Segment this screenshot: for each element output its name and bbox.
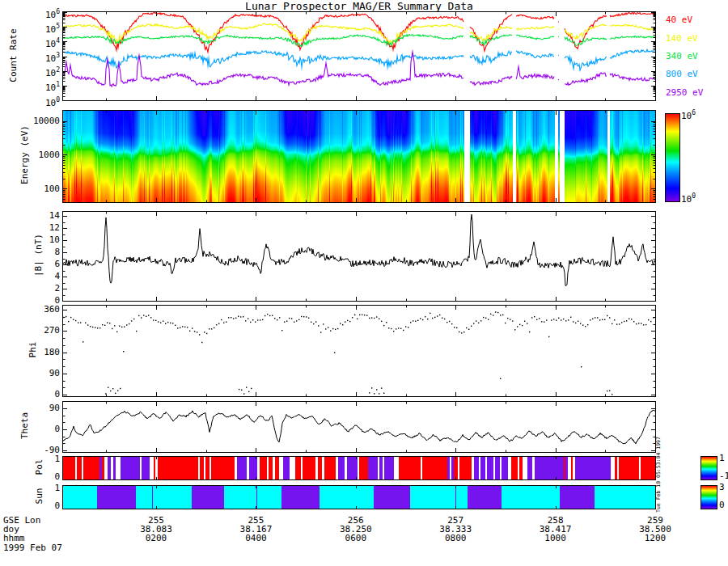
xtick-hhmm-label: 0600 [324,534,388,543]
bmag-ytick-label: 14 [23,211,60,220]
count-rate-chart [63,12,655,100]
phi-ytick-label: 0 [23,390,60,399]
pol-ytick-label: 1 [23,454,60,463]
bmag-ytick-label: 10 [23,235,60,244]
figure: Lunar Prospector MAG/ER Summary Data Cou… [0,0,728,566]
sun-strip-chart [63,486,655,509]
bmag-ytick-label: 12 [23,223,60,232]
pol-colorbar [700,456,717,480]
count-rate-ytick-label: 105 [23,22,60,34]
sun-ytick-label: 1 [23,484,60,492]
xtick-hhmm-label: 0400 [223,534,288,543]
count-rate-ytick-label: 101 [23,81,60,93]
bmag-ytick-label: 4 [23,272,60,281]
xtick-hhmm-label: 0800 [423,534,488,543]
legend-item-140-ev: 140 eV [666,34,727,44]
energy-spectrogram-chart [63,111,655,202]
spectrogram-colorbar [665,113,680,202]
phi-ytick-label: 270 [23,326,60,335]
colorbar-max-label: 106 [681,108,696,120]
energy-ytick-label: 100 [23,184,60,193]
legend-item-2950-ev: 2950 eV [666,88,727,98]
page-title: Lunar Prospector MAG/ER Summary Data [63,0,655,12]
count-rate-ytick-label: 103 [23,52,60,64]
xaxis-header-hhmm: hhmm [3,534,25,543]
count-rate-axis-title: Count Rate [8,11,19,100]
energy-ytick-label: 10000 [23,116,60,125]
sun-colorbar-min-label: 0 [719,501,725,509]
panel-count-rate [62,11,656,101]
panel-bmag [62,211,656,302]
xtick-hhmm-label: 1000 [523,534,588,543]
sun-colorbar [700,485,717,509]
legend-item-340-ev: 340 eV [666,52,727,61]
panel-pol [62,456,656,480]
pol-colorbar-min-label: -1 [719,471,728,480]
phi-ytick-label: 180 [23,348,60,357]
colorbar-min-label: 100 [681,192,696,204]
energy-ytick-label: 1000 [23,150,60,159]
legend-item-800-ev: 800 eV [666,70,727,79]
panel-spectrogram [62,110,656,203]
bmag-ytick-label: 6 [23,260,60,268]
pol-ytick-label: 0 [23,472,60,481]
legend-item-40-ev: 40 eV [666,15,727,25]
sun-axis-title: Sun [34,452,44,541]
pol-colorbar-max-label: 1 [719,454,725,463]
sun-ytick-label: 0 [23,501,60,510]
count-rate-ytick-label: 100 [23,95,60,108]
bmag-chart [63,212,655,301]
date-label: 1999 Feb 07 [3,543,62,552]
count-rate-ytick-label: 102 [23,66,60,78]
count-rate-ytick-label: 106 [23,7,60,19]
phi-chart [63,306,655,396]
count-rate-ytick-label: 104 [23,36,60,49]
bmag-ytick-label: 8 [23,247,60,256]
pol-strip-chart [63,457,655,479]
sun-colorbar-max-label: 3 [719,483,725,492]
xtick-hhmm-label: 1200 [623,534,688,543]
theta-ytick-label: 0 [23,424,60,433]
phi-ytick-label: 90 [23,369,60,378]
creation-timestamp: Tue Feb 18 05:53:04 1997 [655,437,662,513]
panel-theta [62,401,656,453]
phi-ytick-label: 360 [23,305,60,314]
bmag-ytick-label: 2 [23,284,60,293]
theta-ytick-label: 90 [23,403,60,412]
panel-sun [62,485,656,509]
theta-chart [63,402,655,452]
panel-phi [62,305,656,397]
xtick-hhmm-label: 0200 [124,534,188,543]
